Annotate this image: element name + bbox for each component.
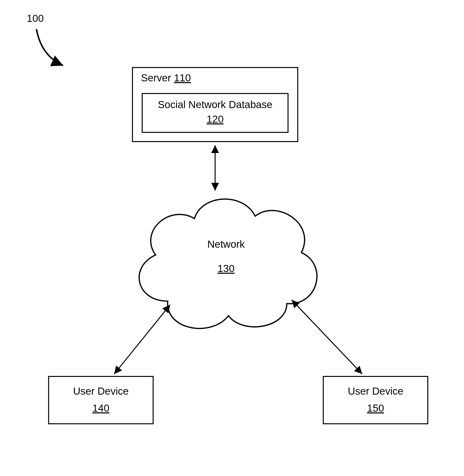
figure-pointer bbox=[37, 29, 63, 65]
system-diagram: 100 Server 110 Social Network Database 1… bbox=[0, 0, 464, 476]
svg-rect-3 bbox=[48, 376, 153, 424]
user-device-right: User Device 150 bbox=[323, 376, 428, 424]
network-label: Network bbox=[207, 238, 245, 250]
svg-rect-4 bbox=[323, 376, 428, 424]
network-ref: 130 bbox=[218, 263, 234, 274]
server-ref: 110 bbox=[174, 72, 191, 84]
user-device-left: User Device 140 bbox=[48, 376, 153, 424]
connector-network-device-right bbox=[292, 300, 362, 374]
server-label: Server bbox=[141, 72, 171, 84]
network-cloud: Network 130 bbox=[139, 199, 317, 329]
server-box: Server 110 Social Network Database 120 bbox=[133, 67, 298, 142]
user-device-right-label: User Device bbox=[348, 385, 404, 397]
database-ref: 120 bbox=[207, 113, 224, 125]
user-device-left-ref: 140 bbox=[92, 402, 109, 414]
database-label: Social Network Database bbox=[158, 99, 272, 110]
database-box: Social Network Database 120 bbox=[142, 93, 288, 132]
user-device-right-ref: 150 bbox=[367, 402, 384, 414]
user-device-left-label: User Device bbox=[73, 385, 129, 397]
svg-text:Server
       
      110: Server 110 bbox=[141, 72, 191, 84]
figure-ref: 100 bbox=[27, 13, 44, 24]
connector-network-device-left bbox=[114, 305, 170, 374]
